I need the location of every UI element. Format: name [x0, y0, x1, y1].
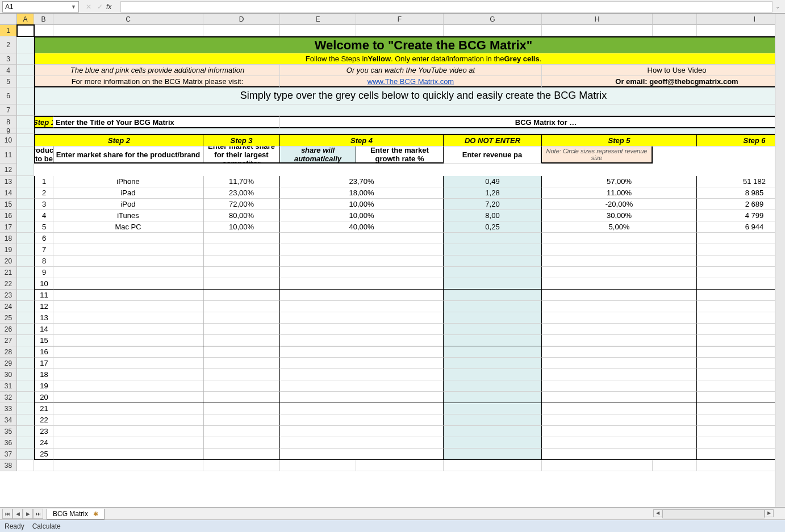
row-header-35[interactable]: 35: [0, 426, 17, 437]
matrix-title-input[interactable]: BCG Matrix for …: [280, 116, 785, 128]
row-header-37[interactable]: 37: [0, 449, 17, 460]
insert-sheet-icon[interactable]: ✱: [93, 510, 98, 517]
step1-label[interactable]: Step 1: [34, 116, 53, 128]
row-header-30[interactable]: 30: [0, 369, 17, 380]
cell[interactable]: [53, 460, 203, 471]
cell[interactable]: [17, 199, 34, 210]
column-header-I[interactable]: I: [697, 14, 785, 25]
row-header-7[interactable]: 7: [0, 104, 17, 116]
cell[interactable]: [53, 312, 203, 324]
row-num[interactable]: 3: [34, 199, 53, 210]
cell[interactable]: [17, 426, 34, 437]
cell[interactable]: [53, 414, 203, 426]
cell[interactable]: [17, 437, 34, 449]
cell[interactable]: [280, 267, 444, 278]
column-header-E[interactable]: E: [280, 14, 356, 25]
cell[interactable]: [280, 358, 444, 369]
cell[interactable]: [697, 460, 785, 471]
cell[interactable]: [280, 290, 444, 301]
column-header-B[interactable]: B: [34, 14, 53, 25]
row-header-22[interactable]: 22: [0, 278, 17, 290]
relative-cell[interactable]: 0,25: [444, 221, 542, 233]
cell[interactable]: [280, 346, 444, 358]
row-header-3[interactable]: 3: [0, 53, 17, 65]
step4-sub[interactable]: Enter market share for their largest com…: [203, 146, 280, 164]
cell[interactable]: [697, 255, 785, 267]
cell[interactable]: [53, 244, 203, 255]
step2-sub[interactable]: Enter the Products to be Mapped: [34, 146, 53, 164]
relative-cell[interactable]: 0,49: [444, 176, 542, 187]
cell[interactable]: [542, 301, 697, 312]
cell[interactable]: [697, 358, 785, 369]
cell[interactable]: [17, 312, 34, 324]
cell[interactable]: [17, 233, 34, 244]
cell[interactable]: [203, 233, 280, 244]
info-bluepink[interactable]: The blue and pink cells provide addition…: [34, 65, 280, 76]
cell[interactable]: [444, 301, 542, 312]
column-header-A[interactable]: A: [17, 14, 34, 25]
cell[interactable]: [697, 301, 785, 312]
cell[interactable]: [444, 290, 542, 301]
cell[interactable]: [203, 324, 280, 335]
cell-blank[interactable]: [34, 25, 53, 36]
cell[interactable]: [53, 346, 203, 358]
growth-cell[interactable]: 30,00%: [542, 210, 697, 221]
row-num-empty[interactable]: 19: [34, 380, 53, 392]
cell[interactable]: [203, 414, 280, 426]
cell[interactable]: [542, 324, 697, 335]
step5-header[interactable]: Step 5: [542, 134, 697, 146]
row-num-empty[interactable]: 10: [34, 278, 53, 290]
cell[interactable]: [17, 244, 34, 255]
row-header-15[interactable]: 15: [0, 199, 17, 210]
cell[interactable]: [444, 278, 542, 290]
row-header-10[interactable]: 10: [0, 134, 17, 146]
row-num-empty[interactable]: 8: [34, 255, 53, 267]
scroll-right-icon[interactable]: ▶: [765, 509, 774, 517]
cell[interactable]: [53, 437, 203, 449]
scroll-left-icon[interactable]: ◀: [653, 509, 662, 517]
marketshare-cell[interactable]: 80,00%: [203, 210, 280, 221]
row-header-28[interactable]: 28: [0, 346, 17, 358]
revenue-cell[interactable]: 6 944: [697, 221, 785, 233]
row-num-empty[interactable]: 18: [34, 369, 53, 380]
cell[interactable]: [203, 290, 280, 301]
cell[interactable]: [53, 233, 203, 244]
vertical-scrollbar[interactable]: [775, 14, 785, 507]
relative-cell[interactable]: 7,20: [444, 199, 542, 210]
row-header-12[interactable]: 12: [0, 164, 17, 176]
cell[interactable]: [280, 278, 444, 290]
cell[interactable]: [444, 358, 542, 369]
row-header-20[interactable]: 20: [0, 255, 17, 267]
cell[interactable]: [697, 233, 785, 244]
row-header-38[interactable]: 38: [0, 460, 17, 471]
row-num[interactable]: 5: [34, 221, 53, 233]
cell-blank[interactable]: [356, 25, 444, 36]
cell[interactable]: [444, 380, 542, 392]
column-header-G[interactable]: G: [444, 14, 542, 25]
cell[interactable]: [697, 369, 785, 380]
marketshare-cell[interactable]: 10,00%: [203, 221, 280, 233]
row-num[interactable]: 1: [34, 176, 53, 187]
row-header-25[interactable]: 25: [0, 312, 17, 324]
cell[interactable]: [280, 380, 444, 392]
cell[interactable]: [542, 233, 697, 244]
cell[interactable]: [203, 346, 280, 358]
revenue-cell[interactable]: 2 689: [697, 199, 785, 210]
step6-note[interactable]: Note: Circle sizes represent revenue siz…: [542, 146, 653, 164]
growth-cell[interactable]: 5,00%: [542, 221, 697, 233]
cell[interactable]: [203, 267, 280, 278]
cell[interactable]: [653, 460, 697, 471]
cell[interactable]: [17, 146, 34, 176]
cell[interactable]: [17, 36, 34, 53]
step4-header[interactable]: Step 4: [280, 134, 444, 146]
cell[interactable]: [542, 437, 697, 449]
cell[interactable]: [444, 255, 542, 267]
cell[interactable]: [697, 414, 785, 426]
cell[interactable]: [203, 335, 280, 346]
cell[interactable]: [280, 426, 444, 437]
cell[interactable]: [444, 460, 542, 471]
cell[interactable]: [542, 346, 697, 358]
competitor-cell[interactable]: 23,70%: [280, 176, 444, 187]
cell[interactable]: [17, 278, 34, 290]
cell[interactable]: [444, 346, 542, 358]
